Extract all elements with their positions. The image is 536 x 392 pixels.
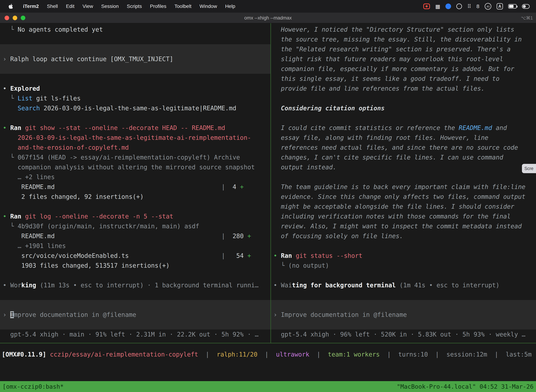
menu-view[interactable]: View	[78, 4, 97, 9]
text-run: this single essay, it seems like a good …	[273, 75, 499, 82]
pane-divider-horizontal[interactable]	[0, 343, 536, 343]
dots-grid-icon[interactable]: ⠿	[467, 3, 471, 10]
text-run: └ 067f154 (HEAD -> essay/ai-reimplementa…	[3, 154, 240, 161]
menubar: iTerm2ShellEditViewSessionScriptsProfile…	[0, 0, 536, 13]
window-title: omx --xhigh --madmax	[0, 13, 536, 23]
terminal-line	[0, 202, 270, 211]
text-run: 54	[225, 252, 247, 259]
text-run: … +2 lines	[3, 173, 55, 181]
text-run: the source tree, missing the essay. Stil…	[273, 36, 522, 43]
text-run: gpt-5.4 xhigh · 96% left · 520K in · 5.8…	[273, 331, 526, 338]
menu-help[interactable]: Help	[221, 4, 239, 9]
terminal-line: 1903 files changed, 513517 insertions(+)	[0, 261, 270, 271]
prompt-input[interactable]: › Improve documentation in @filename	[0, 310, 270, 320]
terminal-line: src/voice/voiceModeEnabled.ts | 54 +	[0, 251, 270, 261]
gauge-icon[interactable]: .61	[485, 3, 491, 10]
terminal-line	[0, 290, 270, 300]
text-run: +	[247, 252, 251, 259]
apple-menu-icon[interactable]	[8, 3, 14, 9]
text-run: •	[273, 252, 281, 259]
terminal-line: … +1901 lines	[0, 241, 270, 251]
terminal-line: README.md | 4 +	[0, 182, 270, 192]
text-run: The team guideline is to back every impo…	[273, 183, 526, 190]
dark-app-icon[interactable]	[456, 4, 462, 9]
status-segment: turns:10 | session:12m | last:5m ago	[398, 351, 535, 358]
battery-icon[interactable]	[508, 4, 517, 9]
terminal-line: README.md | 280 +	[0, 231, 270, 241]
text-run: README.md	[459, 124, 492, 131]
terminal-line: provide file and line references from th…	[271, 84, 536, 93]
text-run: └ (no output)	[273, 262, 329, 269]
terminal-line	[271, 271, 536, 280]
screen-share-pill[interactable]: Scre	[522, 164, 536, 173]
terminal-line: review. Also, I might want to inspect th…	[271, 221, 536, 231]
menu-session[interactable]: Session	[97, 4, 123, 9]
text-run: companion analysis without altering the …	[3, 164, 255, 171]
text-run: provide file and line references from th…	[273, 85, 485, 92]
menu-shell[interactable]: Shell	[43, 4, 62, 9]
input-source-icon[interactable]: A	[497, 3, 503, 9]
text-run: Ran	[10, 124, 21, 131]
terminal-line: └ 067f154 (HEAD -> essay/ai-reimplementa…	[0, 152, 270, 162]
prompt-input[interactable]: › Improve documentation in @filename	[271, 310, 536, 320]
text-run: 280	[225, 233, 247, 240]
terminal-line: gpt-5.4 xhigh · 96% left · 520K in · 5.8…	[271, 330, 536, 339]
terminal-line	[271, 241, 536, 251]
terminal-line	[271, 300, 536, 310]
text-run: |	[221, 183, 225, 190]
pane-divider-vertical[interactable]	[270, 23, 271, 343]
menu-toolbelt[interactable]: Toolbelt	[170, 4, 196, 9]
terminal-line: of focusing solely on file lines.	[271, 231, 536, 241]
terminal-window: └ No agents completed yet› Ralph loop ac…	[0, 23, 536, 343]
menubar-status-icons: ▦⠿8.61A	[423, 3, 531, 10]
terminal-line: Considering citation options	[271, 103, 536, 113]
text-run: of focusing solely on file lines.	[273, 233, 403, 240]
terminal-line: output instead.	[271, 162, 536, 172]
pane-right[interactable]: However, I noticed the "Directory Struct…	[271, 23, 536, 343]
text-run: git show --stat --oneline --decorate HEA…	[21, 124, 225, 131]
menu-iterm2[interactable]: iTerm2	[19, 4, 43, 9]
text-run: companion file, especially if more comme…	[273, 65, 514, 72]
status-segment: team:1 workers	[328, 351, 380, 358]
menu-scripts[interactable]: Scripts	[123, 4, 146, 9]
pane-left[interactable]: └ No agents completed yet› Ralph loop ac…	[0, 23, 270, 343]
text-run: No agents completed yet	[18, 26, 103, 33]
tmux-statusbar: [omx-cczip0:bash* "MacBook-Pro-44.local"…	[0, 381, 536, 392]
text-run: src/voice/voiceModeEnabled.ts	[3, 252, 221, 259]
ralph-loop-banner[interactable]: › Ralph loop active continue [OMX_TMUX_I…	[0, 54, 270, 64]
terminal-line: • Ran git status --short	[271, 251, 536, 261]
blue-app-icon[interactable]	[445, 4, 451, 9]
text-run: git ls-files	[33, 95, 81, 102]
terminal-line	[0, 34, 270, 44]
terminal-line: the "Related research writing" section i…	[271, 44, 536, 54]
terminal-line: The team guideline is to back every impo…	[271, 182, 536, 192]
text-run: README.md	[3, 233, 221, 240]
terminal-line	[0, 300, 270, 310]
text-run: (1m 41s • esc to interrupt)	[396, 282, 499, 289]
text-run: ›	[3, 56, 10, 62]
terminal-line	[271, 172, 536, 182]
text-run: I	[10, 311, 14, 318]
terminal-line	[0, 44, 270, 54]
text-run: essay file, along with finding root file…	[273, 134, 488, 141]
status-segment: cczip/essay/ai-reimplementation-copyleft	[50, 351, 198, 358]
menu-profiles[interactable]: Profiles	[146, 4, 170, 9]
terminal-line: references need actual files, and since …	[271, 143, 536, 152]
text-run	[3, 105, 18, 112]
menu-edit[interactable]: Edit	[62, 4, 78, 9]
omx-statusbar-line: [OMX#0.11.9] cczip/essay/ai-reimplementa…	[2, 350, 535, 359]
screen-recording-indicator[interactable]	[423, 4, 430, 9]
terminal-line: this single essay, it seems like a good …	[271, 74, 536, 84]
terminal-line: I could cite commit statistics or refere…	[271, 123, 536, 133]
text-run: output instead.	[273, 164, 336, 171]
terminal-line: evidence. Since this change only affects…	[271, 192, 536, 202]
terminal-line: gpt-5.4 xhigh · main · 91% left · 2.31M …	[0, 330, 270, 339]
keyboard-grid-icon[interactable]: ▦	[435, 3, 440, 10]
toggle-icon[interactable]	[522, 4, 530, 9]
stats-icon[interactable]: 8	[476, 3, 479, 10]
text-run: |	[221, 252, 225, 259]
text-run: 2026-03-09-is-legal-the-same-as-legitima…	[40, 105, 236, 112]
terminal-line	[271, 113, 536, 123]
text-run: and-the-erosion-of-copyleft.md	[3, 144, 129, 151]
menu-window[interactable]: Window	[196, 4, 221, 9]
